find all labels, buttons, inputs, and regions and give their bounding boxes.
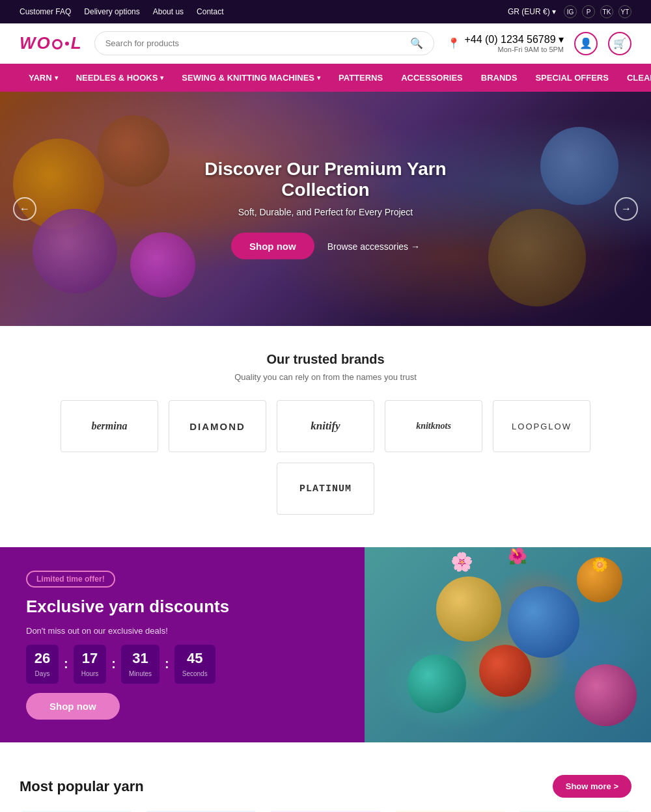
pinterest-icon[interactable]: P bbox=[582, 5, 595, 18]
top-link-delivery[interactable]: Delivery options bbox=[84, 7, 139, 16]
popular-title: Most popular yarn bbox=[20, 778, 144, 795]
countdown-sep1: : bbox=[64, 656, 68, 671]
countdown-seconds: 45 Seconds bbox=[174, 645, 215, 684]
chevron-down-icon: ▾ bbox=[317, 74, 320, 81]
brands-section: Our trusted brands Quality you can rely … bbox=[0, 326, 651, 534]
hero-prev-button[interactable]: ← bbox=[13, 197, 36, 221]
promo-title: Exclusive yarn discounts bbox=[26, 597, 229, 617]
brands-subtitle: Quality you can rely on from the names y… bbox=[20, 372, 631, 382]
top-link-contact[interactable]: Contact bbox=[197, 7, 223, 16]
promo-desc: Don't miss out on our exclusive deals! bbox=[26, 626, 168, 636]
promo-yarn-visual: 🌸 🌺 🌼 bbox=[365, 547, 651, 742]
brand-diamond[interactable]: DIAMOND bbox=[169, 400, 266, 452]
main-nav: YARN ▾ NEEDLES & HOOKS ▾ SEWING & KNITTI… bbox=[0, 64, 651, 92]
top-link-about[interactable]: About us bbox=[153, 7, 184, 16]
youtube-icon[interactable]: YT bbox=[618, 5, 631, 18]
hero-content: Discover Our Premium Yarn Collection Sof… bbox=[163, 159, 488, 260]
hero-title: Discover Our Premium Yarn Collection bbox=[163, 159, 488, 200]
chevron-down-icon: ▾ bbox=[160, 74, 163, 81]
phone-hours: Mon-Fri 9AM to 5PM bbox=[464, 46, 564, 53]
region-selector[interactable]: GR (EUR €) ▾ bbox=[508, 7, 556, 16]
brand-knitify[interactable]: knitify bbox=[277, 400, 374, 452]
promo-left: Limited time offer! Exclusive yarn disco… bbox=[0, 547, 365, 742]
chevron-down-icon: ▾ bbox=[55, 74, 58, 81]
promo-badge: Limited time offer! bbox=[26, 571, 115, 588]
search-bar[interactable]: 🔍 bbox=[94, 31, 435, 55]
hero-next-button[interactable]: → bbox=[615, 197, 638, 221]
countdown-sep3: : bbox=[165, 656, 169, 671]
promo-right-image: 🌸 🌺 🌼 bbox=[365, 547, 651, 742]
search-icon[interactable]: 🔍 bbox=[410, 37, 423, 49]
brand-platinum[interactable]: PLATINUM bbox=[277, 463, 374, 515]
hero-banner: Discover Our Premium Yarn Collection Sof… bbox=[0, 92, 651, 326]
hero-buttons: Shop now Browse accessories → bbox=[163, 233, 488, 260]
site-logo[interactable]: W O L bbox=[20, 33, 81, 53]
nav-item-sewing[interactable]: SEWING & KNITTING MACHINES ▾ bbox=[173, 64, 329, 92]
brands-grid: bermina DIAMOND knitify knitknots LOOPGL… bbox=[20, 400, 631, 515]
instagram-icon[interactable]: IG bbox=[564, 5, 577, 18]
top-bar: Customer FAQ Delivery options About us C… bbox=[0, 0, 651, 23]
countdown: 26 Days : 17 Hours : 31 Minutes : 45 Sec… bbox=[26, 645, 215, 684]
promo-section: Limited time offer! Exclusive yarn disco… bbox=[0, 547, 651, 742]
countdown-hours: 17 Hours bbox=[74, 645, 107, 684]
nav-left: YARN ▾ NEEDLES & HOOKS ▾ SEWING & KNITTI… bbox=[20, 64, 472, 92]
phone-info: 📍 +44 (0) 1234 56789 ▾ Mon-Fri 9AM to 5P… bbox=[447, 33, 564, 53]
phone-number[interactable]: +44 (0) 1234 56789 ▾ bbox=[464, 33, 564, 46]
tiktok-icon[interactable]: TK bbox=[600, 5, 613, 18]
brand-loopglow[interactable]: LOOPGLOW bbox=[493, 400, 590, 452]
nav-item-brands[interactable]: BRANDS bbox=[472, 64, 527, 92]
search-input[interactable] bbox=[105, 38, 406, 48]
nav-item-needles[interactable]: NEEDLES & HOOKS ▾ bbox=[67, 64, 173, 92]
header: W O L 🔍 📍 +44 (0) 1234 56789 ▾ Mon-Fri 9… bbox=[0, 23, 651, 64]
brand-bermina[interactable]: bermina bbox=[61, 400, 158, 452]
account-button[interactable]: 👤 bbox=[574, 32, 598, 55]
promo-shop-button[interactable]: Shop now bbox=[26, 693, 120, 720]
countdown-minutes: 31 Minutes bbox=[121, 645, 159, 684]
hero-shop-now-button[interactable]: Shop now bbox=[231, 233, 314, 260]
popular-section: Most popular yarn Show more > -20% -33% bbox=[0, 755, 651, 812]
top-link-faq[interactable]: Customer FAQ bbox=[20, 7, 71, 16]
show-more-button[interactable]: Show more > bbox=[553, 775, 631, 798]
phone-details: +44 (0) 1234 56789 ▾ Mon-Fri 9AM to 5PM bbox=[464, 33, 564, 53]
countdown-sep2: : bbox=[111, 656, 116, 671]
hero-subtitle: Soft, Durable, and Perfect for Every Pro… bbox=[163, 207, 488, 217]
nav-item-special-offers[interactable]: SPECIAL OFFERS bbox=[526, 64, 617, 92]
top-bar-right: GR (EUR €) ▾ IG P TK YT bbox=[508, 5, 631, 18]
nav-item-yarn[interactable]: YARN ▾ bbox=[20, 64, 67, 92]
nav-item-patterns[interactable]: PATTERNS bbox=[329, 64, 392, 92]
location-icon: 📍 bbox=[447, 37, 460, 49]
brands-title: Our trusted brands bbox=[20, 352, 631, 367]
hero-browse-button[interactable]: Browse accessories → bbox=[327, 241, 420, 251]
nav-right: BRANDS SPECIAL OFFERS CLEARANCE bbox=[472, 64, 651, 92]
countdown-days: 26 Days bbox=[26, 645, 59, 684]
popular-header: Most popular yarn Show more > bbox=[20, 775, 631, 798]
top-bar-links: Customer FAQ Delivery options About us C… bbox=[20, 7, 223, 16]
cart-button[interactable]: 🛒 bbox=[608, 32, 631, 55]
nav-item-clearance[interactable]: CLEARANCE bbox=[618, 64, 651, 92]
nav-item-accessories[interactable]: ACCESSORIES bbox=[392, 64, 472, 92]
header-right: 📍 +44 (0) 1234 56789 ▾ Mon-Fri 9AM to 5P… bbox=[447, 32, 631, 55]
brand-knitknots[interactable]: knitknots bbox=[385, 400, 482, 452]
social-icons: IG P TK YT bbox=[564, 5, 631, 18]
